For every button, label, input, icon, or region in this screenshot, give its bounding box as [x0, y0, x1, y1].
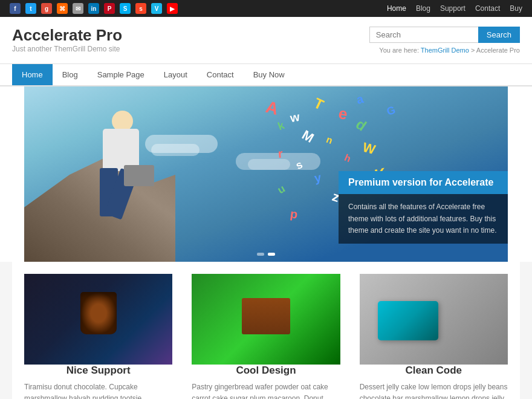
topbar: f t g ⌘ ✉ in P S s V ▶ Home Blog Support…	[0, 0, 532, 17]
facebook-icon[interactable]: f	[10, 3, 21, 14]
nav-buy-now[interactable]: Buy Now	[244, 64, 294, 85]
twitter-icon[interactable]: t	[25, 3, 36, 14]
card-design: Cool Design Pastry gingerbread wafer pow…	[182, 274, 349, 399]
topnav-contact[interactable]: Contact	[475, 4, 500, 13]
card-code-title: Clean Code	[360, 365, 508, 377]
hero-letter-14: h	[343, 152, 352, 164]
breadcrumb: You are here: ThemGrill Demo > Accelerat…	[379, 47, 520, 54]
hero-letter-1: A	[264, 97, 281, 119]
vimeo-icon[interactable]: V	[151, 3, 162, 14]
hero-letter-5: e	[337, 104, 349, 124]
nav-blog[interactable]: Blog	[53, 64, 88, 85]
youtube-icon[interactable]: ▶	[167, 3, 178, 14]
site-title: Accelerate Pro	[12, 27, 122, 43]
stumbleupon-icon[interactable]: s	[135, 3, 146, 14]
search-input[interactable]	[369, 27, 478, 43]
pinterest-icon[interactable]: P	[104, 3, 115, 14]
linkedin-icon[interactable]: in	[88, 3, 99, 14]
topnav-blog[interactable]: Blog	[416, 4, 430, 13]
site-tagline: Just another ThemGrill Demo site	[12, 45, 122, 53]
hero-textbox: Premium version for Accelerate Contains …	[339, 171, 508, 244]
search-bar: Search	[369, 27, 520, 43]
main-content: Nice Support Tiramisu donut chocolate. C…	[12, 262, 520, 399]
hero-letter-8: n	[325, 134, 334, 146]
card-code-image	[360, 274, 508, 365]
card-support-text: Tiramisu donut chocolate. Cupcake marshm…	[24, 381, 172, 399]
breadcrumb-link[interactable]: ThemGrill Demo	[421, 47, 469, 54]
hero-letter-2: w	[289, 110, 300, 125]
card-support: Nice Support Tiramisu donut chocolate. C…	[24, 274, 182, 399]
card-design-text: Pastry gingerbread wafer powder oat cake…	[192, 381, 340, 399]
card-design-image	[192, 274, 340, 365]
card-code: Clean Code Dessert jelly cake low lemon …	[350, 274, 508, 399]
hero-letter-3: T	[311, 94, 326, 114]
site-branding: Accelerate Pro Just another ThemGrill De…	[12, 27, 122, 53]
nav-contact[interactable]: Contact	[197, 64, 244, 85]
hero-letter-7: a	[355, 92, 365, 107]
googleplus-icon[interactable]: g	[41, 3, 52, 14]
card-support-title: Nice Support	[24, 365, 172, 377]
hero-letter-18: p	[289, 207, 298, 221]
main-nav: Home Blog Sample Page Layout Contact Buy…	[0, 64, 532, 86]
slider-dot-2[interactable]	[268, 253, 275, 256]
hero-letter-6: M	[299, 127, 317, 146]
hero-textbox-title: Premium version for Accelerate	[339, 171, 508, 194]
topnav-buy[interactable]: Buy	[510, 4, 522, 13]
slider-dots	[257, 253, 275, 256]
hero-letter-4: k	[276, 119, 287, 133]
hero-letter-19: G	[385, 103, 397, 118]
nav-home[interactable]: Home	[12, 64, 53, 85]
topnav-home[interactable]: Home	[387, 4, 406, 13]
breadcrumb-separator: >	[471, 47, 476, 54]
hero-letter-10: d	[352, 115, 369, 134]
top-nav: Home Blog Support Contact Buy	[387, 4, 522, 13]
nav-layout[interactable]: Layout	[154, 64, 197, 85]
breadcrumb-current: Accelerate Pro	[476, 47, 520, 54]
social-icons: f t g ⌘ ✉ in P S s V ▶	[10, 3, 178, 14]
topnav-support[interactable]: Support	[440, 4, 465, 13]
header-right: Search You are here: ThemGrill Demo > Ac…	[369, 27, 520, 54]
nav-sample-page[interactable]: Sample Page	[88, 64, 154, 85]
email-icon[interactable]: ✉	[73, 3, 83, 14]
card-support-image	[24, 274, 172, 365]
hero-letter-9: r	[277, 147, 284, 161]
hero-letter-15: u	[275, 183, 287, 197]
breadcrumb-text: You are here:	[379, 47, 419, 54]
search-button[interactable]: Search	[478, 27, 520, 43]
rss-icon[interactable]: ⌘	[57, 3, 68, 14]
card-design-title: Cool Design	[192, 365, 340, 377]
card-code-text: Dessert jelly cake low lemon drops jelly…	[360, 381, 508, 399]
hero-letter-13: y	[313, 170, 322, 186]
hero-slider: A w T k e M a n r d s W y h u z K p G q …	[24, 86, 508, 262]
skype-icon[interactable]: S	[120, 3, 131, 14]
feature-cards: Nice Support Tiramisu donut chocolate. C…	[24, 274, 508, 399]
hero-letter-12: W	[361, 140, 377, 158]
hero-textbox-body: Contains all the features of Accelerate …	[339, 194, 508, 244]
slider-dot-1[interactable]	[257, 253, 264, 256]
hero-letter-11: s	[294, 158, 305, 172]
site-header: Accelerate Pro Just another ThemGrill De…	[0, 17, 532, 64]
